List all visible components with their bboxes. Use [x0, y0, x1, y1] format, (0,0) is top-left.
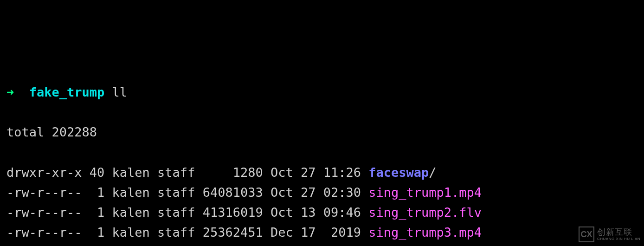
watermark-cn: 创新互联	[597, 228, 632, 237]
row-metadata: -rw-r--r-- 1 kalen staff 25362451 Dec 17…	[6, 225, 368, 240]
prompt-line-1: ➜ fake_trump ll	[6, 82, 638, 102]
file-listing: drwxr-xr-x 40 kalen staff 1280 Oct 27 11…	[6, 162, 638, 246]
row-metadata: drwxr-xr-x 40 kalen staff 1280 Oct 27 11…	[6, 165, 368, 180]
watermark-logo-icon: CX	[579, 227, 594, 242]
watermark-text: 创新互联 CHUANG XIN HU LIAN	[597, 228, 640, 241]
listing-row: -rw-r--r-- 1 kalen staff 25362451 Dec 17…	[6, 222, 638, 242]
file-name: sing_trump3.mp4	[368, 225, 482, 240]
prompt-arrow-icon: ➜	[6, 85, 14, 99]
file-name: sing_trump2.flv	[368, 205, 482, 220]
row-metadata: -rw-r--r-- 1 kalen staff 41316019 Oct 13…	[6, 205, 368, 220]
listing-row: drwxr-xr-x 40 kalen staff 1280 Oct 27 11…	[6, 162, 638, 182]
watermark-en: CHUANG XIN HU LIAN	[597, 237, 640, 241]
listing-row: -rw-r--r-- 1 kalen staff 41316019 Oct 13…	[6, 202, 638, 222]
total-line: total 202288	[6, 122, 638, 142]
listing-row: drwxr-xr-x 3 kalen staff 96 Nov 9 16:47 …	[6, 242, 638, 246]
file-name: sing_trump1.mp4	[368, 185, 482, 200]
row-metadata: -rw-r--r-- 1 kalen staff 64081033 Oct 27…	[6, 185, 368, 200]
directory-name: faceswap	[368, 165, 429, 180]
listing-row: -rw-r--r-- 1 kalen staff 64081033 Oct 27…	[6, 182, 638, 202]
cwd-label: fake_trump	[29, 85, 105, 99]
dir-suffix: /	[429, 165, 436, 180]
watermark: CX 创新互联 CHUANG XIN HU LIAN	[579, 227, 640, 242]
command-text: ll	[112, 85, 128, 99]
